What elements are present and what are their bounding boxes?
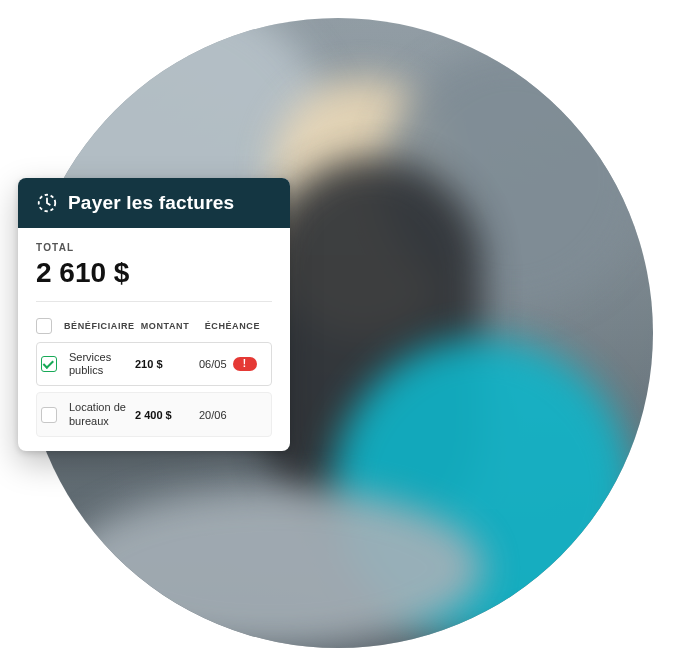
payee-cell: Services publics	[69, 351, 129, 377]
total-value: 2 610 $	[36, 257, 272, 289]
table-header-row: BÉNÉFICIAIRE MONTANT ÉCHÉANCE	[36, 312, 272, 342]
payee-cell: Location de bureaux	[69, 401, 129, 427]
card-body: TOTAL 2 610 $ BÉNÉFICIAIRE MONTANT ÉCHÉA…	[18, 228, 290, 437]
due-date: 06/05	[199, 358, 227, 370]
amount-cell: 2 400 $	[135, 409, 193, 421]
card-title: Payer les factures	[68, 192, 234, 214]
col-due: ÉCHÉANCE	[205, 321, 273, 331]
row-checkbox[interactable]	[41, 356, 57, 372]
col-payee: BÉNÉFICIAIRE	[64, 321, 135, 331]
total-label: TOTAL	[36, 242, 272, 253]
due-date: 20/06	[199, 409, 227, 421]
table-row[interactable]: Location de bureaux 2 400 $ 20/06	[36, 392, 272, 436]
amount-cell: 210 $	[135, 358, 193, 370]
table-row[interactable]: Services publics 210 $ 06/05 !	[36, 342, 272, 386]
select-all-checkbox[interactable]	[36, 318, 52, 334]
row-checkbox[interactable]	[41, 407, 57, 423]
bg-blob	[63, 488, 483, 648]
overdue-alert-icon: !	[233, 357, 257, 371]
col-amount: MONTANT	[141, 321, 199, 331]
pay-bills-card: Payer les factures TOTAL 2 610 $ BÉNÉFIC…	[18, 178, 290, 451]
divider	[36, 301, 272, 302]
due-cell: 20/06	[199, 409, 267, 421]
clock-icon	[36, 192, 58, 214]
due-cell: 06/05 !	[199, 357, 267, 371]
card-header: Payer les factures	[18, 178, 290, 228]
bills-table: BÉNÉFICIAIRE MONTANT ÉCHÉANCE Services p…	[36, 312, 272, 437]
